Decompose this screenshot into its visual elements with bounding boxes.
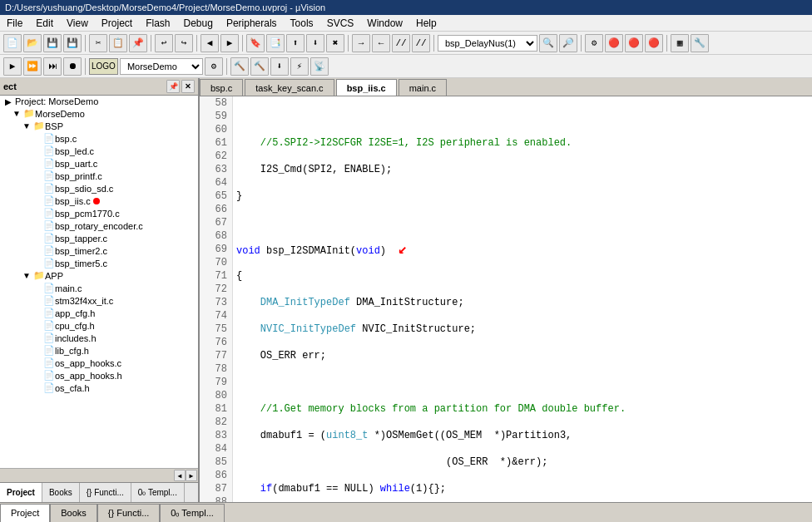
download-btn[interactable]: ⬇ (270, 57, 289, 76)
func-nav-btn[interactable]: 🔍 (539, 34, 557, 52)
misc-btn[interactable]: 🔧 (691, 34, 709, 52)
tb2-btn2[interactable]: ⏩ (23, 57, 42, 76)
save-all-btn[interactable]: 💾 (63, 34, 82, 52)
sidebar-scroll-left[interactable]: ◀ (174, 470, 186, 481)
tree-bsp-tapper-c[interactable]: 📄 bsp_tapper.c (0, 232, 198, 244)
sidebar-tab-books[interactable]: Books (42, 483, 80, 502)
sidebar-tab-functions[interactable]: {} Functi... (80, 483, 131, 502)
tree-project-root[interactable]: ▶ Project: MorseDemo (0, 96, 198, 107)
tree-includes-h[interactable]: 📄 includes.h (0, 332, 198, 344)
tb2-misc1[interactable]: 📡 (310, 57, 329, 76)
tree-bsp-folder[interactable]: ▼ 📁 BSP (0, 120, 198, 132)
tab-main-c[interactable]: main.c (399, 79, 447, 96)
menu-view[interactable]: View (60, 16, 95, 31)
indent-btn[interactable]: → (352, 34, 370, 52)
menu-debug[interactable]: Debug (177, 16, 220, 31)
new-btn[interactable]: 📄 (3, 34, 22, 52)
tab-task-key-scan-c[interactable]: task_key_scan.c (245, 79, 334, 96)
tree-app-cfg-h[interactable]: 📄 app_cfg.h (0, 307, 198, 319)
tree-os-cfa-h[interactable]: 📄 os_cfa.h (0, 382, 198, 394)
tb2-btn1[interactable]: ▶ (3, 57, 22, 76)
tab-bsp-iis-c[interactable]: bsp_iis.c (336, 79, 397, 96)
comment-btn[interactable]: // (392, 34, 410, 52)
menu-file[interactable]: File (0, 16, 29, 31)
flash-btn[interactable]: ⚡ (290, 57, 309, 76)
undo-btn[interactable]: ↩ (155, 34, 173, 52)
menu-edit[interactable]: Edit (29, 16, 60, 31)
bottom-tab-books[interactable]: Books (50, 504, 97, 522)
bookmarks-btn[interactable]: 📑 (266, 34, 285, 52)
tree-bsp-sdio-sd-c[interactable]: 📄 bsp_sdio_sd.c (0, 182, 198, 195)
menu-help[interactable]: Help (409, 16, 443, 31)
sidebar-close-btn[interactable]: ✕ (181, 80, 195, 93)
menu-peripherals[interactable]: Peripherals (220, 16, 284, 31)
tree-bsp-iis-c[interactable]: 📄 bsp_iis.c (0, 195, 198, 207)
tree-bsp-timer5-c[interactable]: 📄 bsp_timer5.c (0, 257, 198, 269)
menu-tools[interactable]: Tools (284, 16, 320, 31)
sidebar-scroll-right[interactable]: ▶ (186, 470, 197, 481)
sidebar-tab-project[interactable]: Project (0, 483, 42, 502)
cut-btn[interactable]: ✂ (89, 34, 107, 52)
sidebar-pin-btn[interactable]: 📌 (166, 80, 180, 93)
tb2-btn4[interactable]: ⏺ (63, 57, 82, 76)
open-btn[interactable]: 📂 (23, 34, 42, 52)
tree-bsp-led-c[interactable]: 📄 bsp_led.c (0, 145, 198, 157)
line-numbers: 58 59 60 61 62 63 64 65 66 67 68 69 70 7… (200, 96, 233, 502)
tree-bsp-timer2-c[interactable]: 📄 bsp_timer2.c (0, 244, 198, 257)
code-line-63: void bsp_I2SDMAInit(void) ↙ (236, 243, 809, 256)
tree-bsp-uart-c[interactable]: 📄 bsp_uart.c (0, 157, 198, 170)
bottom-tab-functions[interactable]: {} Functi... (97, 504, 161, 522)
settings-btn[interactable]: ⚙ (205, 57, 223, 76)
prev-bookmark-btn[interactable]: ⬆ (286, 34, 304, 52)
tree-os-hooks-h[interactable]: 📄 os_app_hooks.h (0, 369, 198, 382)
menu-project[interactable]: Project (95, 16, 139, 31)
project-dropdown[interactable]: MorseDemo (120, 58, 203, 75)
uncomment-btn[interactable]: // (412, 34, 430, 52)
tree-cpu-cfg-h[interactable]: 📄 cpu_cfg.h (0, 319, 198, 332)
tree-bsp-pcm-c[interactable]: 📄 bsp_pcm1770.c (0, 207, 198, 219)
tree-bsp-c[interactable]: 📄 bsp.c (0, 132, 198, 145)
tree-bsp-printf-c[interactable]: 📄 bsp_printf.c (0, 170, 198, 182)
bottom-tab-project[interactable]: Project (0, 504, 50, 522)
tree-stm32-it-c[interactable]: 📄 stm32f4xx_it.c (0, 294, 198, 307)
tb2-btn3[interactable]: ⏭ (43, 57, 62, 76)
menu-window[interactable]: Window (360, 16, 409, 31)
copy-btn[interactable]: 📋 (109, 34, 127, 52)
bookmark-btn[interactable]: 🔖 (246, 34, 265, 52)
bsp-uart-c-icon: 📄 (43, 158, 55, 169)
btn-c[interactable]: 🔴 (625, 34, 643, 52)
paste-btn[interactable]: 📌 (129, 34, 147, 52)
save-btn[interactable]: 💾 (43, 34, 62, 52)
tab-bsp-c[interactable]: bsp.c (200, 79, 243, 96)
unindent-btn[interactable]: ← (372, 34, 390, 52)
code-content[interactable]: //5.SPI2->I2SCFGR I2SE=1, I2S peripheral… (233, 96, 812, 502)
app-expand[interactable]: ▼ (22, 271, 32, 280)
btn-b[interactable]: 🔴 (605, 34, 623, 52)
rebuild-btn[interactable]: 🔨 (250, 57, 269, 76)
view-btn[interactable]: ▦ (671, 34, 689, 52)
tree-main-c[interactable]: 📄 main.c (0, 282, 198, 294)
tree-os-hooks-c[interactable]: 📄 os_app_hooks.c (0, 357, 198, 369)
redo-btn[interactable]: ↪ (175, 34, 193, 52)
tree-bsp-encoder-c[interactable]: 📄 bsp_rotary_encoder.c (0, 219, 198, 232)
btn-d[interactable]: 🔴 (645, 34, 663, 52)
next-bookmark-btn[interactable]: ⬇ (306, 34, 324, 52)
bottom-tab-templates[interactable]: 0₀ Templ... (160, 504, 225, 522)
project-expand[interactable]: ▶ (3, 97, 13, 106)
tree-morsedemo[interactable]: ▼ 📁 MorseDemo (0, 107, 198, 120)
clear-bookmarks-btn[interactable]: ✖ (326, 34, 344, 52)
morsedemo-expand[interactable]: ▼ (12, 109, 22, 118)
morsedemo-folder-icon: 📁 (23, 108, 35, 119)
nav-fwd-btn[interactable]: ▶ (220, 34, 239, 52)
sidebar-tab-templates[interactable]: 0₀ Templ... (131, 483, 185, 502)
menu-flash[interactable]: Flash (139, 16, 176, 31)
tree-app-folder[interactable]: ▼ 📁 APP (0, 269, 198, 282)
nav-back-btn[interactable]: ◀ (201, 34, 219, 52)
menu-svcs[interactable]: SVCS (320, 16, 361, 31)
find-btn[interactable]: 🔎 (559, 34, 577, 52)
tree-lib-cfg-h[interactable]: 📄 lib_cfg.h (0, 344, 198, 357)
bsp-expand[interactable]: ▼ (22, 121, 32, 130)
btn-a[interactable]: ⚙ (585, 34, 603, 52)
build-btn[interactable]: 🔨 (230, 57, 249, 76)
function-dropdown[interactable]: bsp_DelayNus(1) (438, 35, 537, 52)
